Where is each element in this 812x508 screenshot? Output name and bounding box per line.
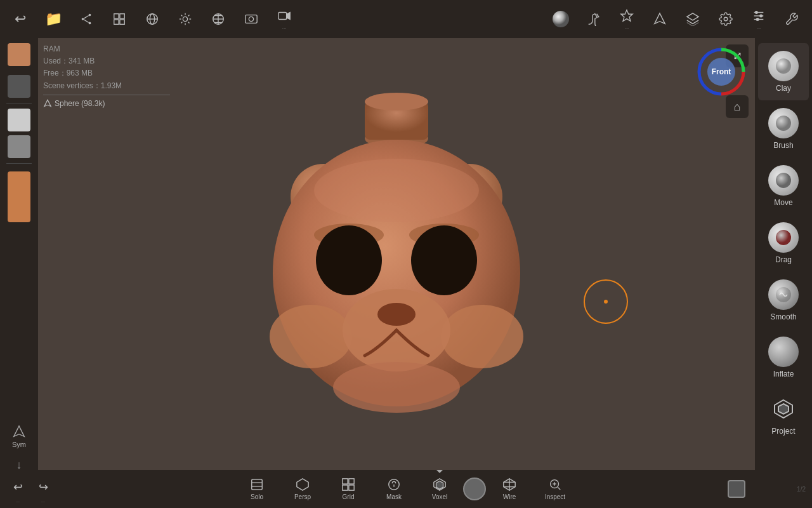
svg-point-1	[89, 14, 91, 17]
svg-rect-5	[114, 14, 119, 18]
svg-point-58	[441, 305, 523, 368]
clay-tool-button[interactable]: Clay	[758, 43, 809, 100]
svg-marker-69	[778, 404, 789, 414]
move-label: Move	[774, 198, 792, 207]
redo-button[interactable]: ↪ ...	[32, 476, 55, 503]
svg-point-57	[270, 305, 352, 368]
sliders-button[interactable]: ...	[745, 5, 773, 33]
stroke-preview	[8, 109, 30, 131]
svg-point-39	[760, 15, 763, 17]
svg-point-40	[756, 18, 759, 20]
sym-button[interactable]: Sym	[5, 421, 33, 452]
svg-point-63	[776, 58, 791, 74]
svg-line-18	[188, 22, 190, 23]
bottom-toolbar: ↩ ... ↪ ... Solo Persp Grid Mask Voxel	[0, 470, 812, 508]
svg-point-0	[82, 18, 84, 20]
axis-indicator[interactable]: Front	[693, 43, 750, 103]
svg-point-30	[553, 11, 569, 27]
project-tool-button[interactable]: Project	[758, 386, 809, 443]
more-tools-button[interactable]	[778, 5, 806, 33]
brush-cursor	[584, 279, 628, 324]
foreground-color-swatch[interactable]	[8, 43, 30, 66]
material-color-strip[interactable]	[8, 171, 30, 222]
drag-tool-button[interactable]: Drag	[758, 215, 809, 272]
main-viewport[interactable]: RAM Used：341 MB Free：963 MB Scene vertic…	[38, 38, 755, 470]
layers-button[interactable]	[679, 5, 707, 33]
paint-button[interactable]	[580, 5, 608, 33]
photo-button[interactable]	[237, 5, 265, 33]
brush-label: Brush	[773, 141, 793, 150]
stamp-button[interactable]: ...	[613, 5, 641, 33]
project-icon	[768, 394, 799, 424]
info-panel: RAM Used：341 MB Free：963 MB Scene vertic…	[43, 43, 170, 110]
svg-marker-31	[621, 10, 632, 20]
top-toolbar: ↩ 📁 ... ... ...	[0, 0, 812, 38]
ram-free: Free：963 MB	[43, 67, 170, 79]
svg-point-55	[316, 225, 382, 295]
background-color-swatch[interactable]	[8, 75, 30, 98]
persp-button[interactable]: Persp	[280, 471, 325, 507]
matcap-button[interactable]	[547, 5, 575, 33]
mask-button[interactable]: Mask	[372, 471, 416, 507]
svg-rect-75	[349, 479, 354, 484]
grid-button[interactable]	[105, 5, 133, 33]
svg-point-2	[89, 22, 91, 25]
svg-rect-76	[343, 485, 348, 490]
svg-point-38	[756, 11, 758, 13]
files-button[interactable]: 📁	[39, 5, 67, 33]
svg-marker-29	[287, 12, 291, 19]
svg-rect-77	[349, 485, 354, 490]
svg-rect-8	[120, 20, 124, 24]
brush-cursor-dot	[604, 300, 608, 304]
svg-point-61	[333, 362, 460, 413]
settings-button[interactable]	[712, 5, 740, 33]
share-button[interactable]	[72, 5, 100, 33]
undo-button[interactable]: ↩ ...	[6, 476, 29, 503]
project-label: Project	[771, 427, 795, 436]
voxel-active-indicator	[436, 470, 443, 473]
3d-model[interactable]	[238, 64, 555, 444]
svg-point-62	[314, 159, 479, 222]
grid-bottom-button[interactable]: Grid	[326, 471, 370, 507]
inflate-icon	[768, 337, 799, 367]
svg-point-60	[377, 303, 416, 326]
sun-button[interactable]	[171, 5, 199, 33]
drag-label: Drag	[775, 255, 792, 264]
svg-text:Front: Front	[712, 67, 731, 76]
svg-line-17	[181, 15, 182, 16]
smooth-tool-button[interactable]: Smooth	[758, 272, 809, 329]
inflate-label: Inflate	[773, 370, 794, 378]
inspect-button[interactable]: Inspect	[533, 471, 577, 507]
wire-button[interactable]: Wire	[487, 471, 532, 507]
svg-point-56	[411, 225, 477, 295]
svg-point-64	[776, 116, 791, 131]
back-button[interactable]: ↩	[6, 5, 34, 33]
svg-marker-81	[436, 481, 443, 490]
svg-marker-32	[655, 13, 665, 24]
aperture-button[interactable]	[204, 5, 232, 33]
clay-icon	[768, 51, 799, 81]
left-sidebar: Sym ↓ Sub Smooth	[0, 38, 38, 508]
solo-button[interactable]: Solo	[235, 471, 279, 507]
svg-marker-33	[687, 13, 698, 20]
move-tool-button[interactable]: Move	[758, 157, 809, 215]
svg-rect-26	[246, 15, 257, 23]
ram-used: Used：341 MB	[43, 55, 170, 67]
svg-point-65	[776, 173, 791, 188]
clay-label: Clay	[776, 84, 791, 93]
brush-tool-button[interactable]: Brush	[758, 100, 809, 157]
shape-button[interactable]	[728, 480, 745, 498]
svg-point-12	[183, 17, 187, 21]
brush-icon	[768, 108, 799, 138]
voxel-button[interactable]: Voxel	[417, 471, 462, 507]
video-button[interactable]: ...	[270, 5, 298, 33]
scene-vertices: Scene vertices：1.93M	[43, 80, 170, 92]
symmetry-button[interactable]	[646, 5, 674, 33]
svg-point-47	[365, 93, 428, 110]
svg-marker-42	[44, 100, 51, 107]
svg-line-4	[84, 20, 88, 23]
globe-button[interactable]	[138, 5, 166, 33]
svg-rect-74	[343, 479, 348, 484]
center-dot-button[interactable]	[463, 478, 486, 500]
inflate-tool-button[interactable]: Inflate	[758, 329, 809, 386]
